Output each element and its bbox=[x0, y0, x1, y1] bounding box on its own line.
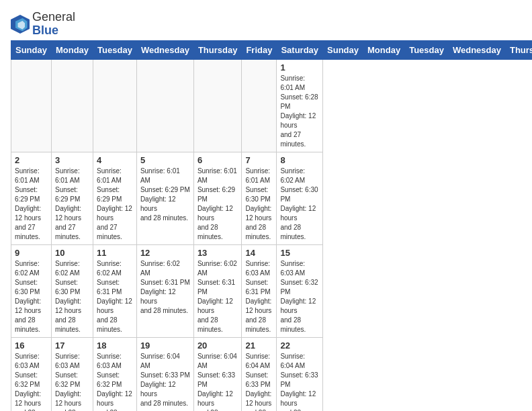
day-info: Sunrise: 6:02 AMSunset: 6:30 PMDaylight:… bbox=[15, 259, 48, 334]
calendar-cell: 21Sunrise: 6:04 AMSunset: 6:33 PMDayligh… bbox=[242, 337, 277, 411]
week-row-2: 2Sunrise: 6:01 AMSunset: 6:29 PMDaylight… bbox=[11, 152, 533, 244]
day-number: 2 bbox=[15, 155, 48, 165]
day-info: Sunrise: 6:02 AMSunset: 6:30 PMDaylight:… bbox=[55, 259, 89, 334]
weekday-header-wednesday: Wednesday bbox=[136, 40, 193, 59]
calendar-cell: 5Sunrise: 6:01 AMSunset: 6:29 PMDaylight… bbox=[136, 152, 193, 244]
weekday-header-monday: Monday bbox=[363, 40, 405, 59]
weekday-header-thursday: Thursday bbox=[505, 40, 532, 59]
day-number: 6 bbox=[197, 155, 238, 165]
day-info: Sunrise: 6:02 AMSunset: 6:31 PMDaylight:… bbox=[97, 259, 133, 334]
day-number: 15 bbox=[280, 248, 319, 258]
page-header: General Blue bbox=[11, 11, 521, 38]
day-info: Sunrise: 6:03 AMSunset: 6:32 PMDaylight:… bbox=[97, 352, 133, 411]
day-number: 5 bbox=[140, 155, 190, 165]
calendar-cell bbox=[93, 59, 137, 152]
logo: General Blue bbox=[11, 11, 75, 38]
calendar-cell: 7Sunrise: 6:01 AMSunset: 6:30 PMDaylight… bbox=[242, 152, 277, 244]
calendar-cell: 8Sunrise: 6:02 AMSunset: 6:30 PMDaylight… bbox=[277, 152, 323, 244]
day-number: 19 bbox=[140, 340, 190, 351]
calendar-cell: 10Sunrise: 6:02 AMSunset: 6:30 PMDayligh… bbox=[51, 244, 93, 337]
weekday-header-saturday: Saturday bbox=[277, 40, 323, 59]
day-info: Sunrise: 6:03 AMSunset: 6:31 PMDaylight:… bbox=[245, 259, 273, 334]
calendar-cell: 11Sunrise: 6:02 AMSunset: 6:31 PMDayligh… bbox=[93, 244, 137, 337]
day-number: 13 bbox=[197, 248, 238, 258]
calendar-table: SundayMondayTuesdayWednesdayThursdayFrid… bbox=[11, 40, 532, 411]
day-info: Sunrise: 6:02 AMSunset: 6:30 PMDaylight:… bbox=[280, 167, 319, 242]
weekday-header-tuesday: Tuesday bbox=[93, 40, 137, 59]
weekday-header-thursday: Thursday bbox=[193, 40, 242, 59]
calendar-cell: 4Sunrise: 6:01 AMSunset: 6:29 PMDaylight… bbox=[93, 152, 137, 244]
day-number: 12 bbox=[140, 248, 190, 258]
calendar-cell: 2Sunrise: 6:01 AMSunset: 6:29 PMDaylight… bbox=[11, 152, 52, 244]
day-number: 20 bbox=[197, 340, 238, 351]
day-info: Sunrise: 6:02 AMSunset: 6:31 PMDaylight:… bbox=[140, 259, 190, 316]
day-number: 9 bbox=[15, 248, 48, 258]
day-info: Sunrise: 6:01 AMSunset: 6:29 PMDaylight:… bbox=[15, 167, 48, 242]
calendar-cell: 3Sunrise: 6:01 AMSunset: 6:29 PMDaylight… bbox=[51, 152, 93, 244]
calendar-cell: 12Sunrise: 6:02 AMSunset: 6:31 PMDayligh… bbox=[136, 244, 193, 337]
day-number: 16 bbox=[15, 340, 48, 351]
calendar-cell: 17Sunrise: 6:03 AMSunset: 6:32 PMDayligh… bbox=[51, 337, 93, 411]
calendar-cell: 14Sunrise: 6:03 AMSunset: 6:31 PMDayligh… bbox=[242, 244, 277, 337]
weekday-header-friday: Friday bbox=[242, 40, 277, 59]
calendar-cell bbox=[193, 59, 242, 152]
day-number: 7 bbox=[245, 155, 273, 165]
weekday-header-sunday: Sunday bbox=[11, 40, 52, 59]
week-row-4: 16Sunrise: 6:03 AMSunset: 6:32 PMDayligh… bbox=[11, 337, 533, 411]
day-info: Sunrise: 6:01 AMSunset: 6:29 PMDaylight:… bbox=[197, 167, 238, 242]
day-number: 10 bbox=[55, 248, 89, 258]
day-info: Sunrise: 6:03 AMSunset: 6:32 PMDaylight:… bbox=[55, 352, 89, 411]
day-number: 22 bbox=[280, 340, 319, 351]
logo-text: General Blue bbox=[32, 11, 75, 38]
day-info: Sunrise: 6:04 AMSunset: 6:33 PMDaylight:… bbox=[140, 352, 190, 408]
day-number: 18 bbox=[97, 340, 133, 351]
day-info: Sunrise: 6:04 AMSunset: 6:33 PMDaylight:… bbox=[280, 352, 319, 411]
weekday-header-monday: Monday bbox=[51, 40, 93, 59]
day-info: Sunrise: 6:03 AMSunset: 6:32 PMDaylight:… bbox=[15, 352, 48, 411]
calendar-cell: 1Sunrise: 6:01 AMSunset: 6:28 PMDaylight… bbox=[277, 59, 323, 152]
week-row-3: 9Sunrise: 6:02 AMSunset: 6:30 PMDaylight… bbox=[11, 244, 533, 337]
calendar-cell bbox=[136, 59, 193, 152]
day-info: Sunrise: 6:01 AMSunset: 6:29 PMDaylight:… bbox=[55, 167, 89, 242]
day-number: 14 bbox=[245, 248, 273, 258]
calendar-cell: 22Sunrise: 6:04 AMSunset: 6:33 PMDayligh… bbox=[277, 337, 323, 411]
weekday-header-sunday: Sunday bbox=[323, 40, 363, 59]
day-info: Sunrise: 6:01 AMSunset: 6:29 PMDaylight:… bbox=[97, 167, 133, 242]
day-number: 17 bbox=[55, 340, 89, 351]
weekday-header-tuesday: Tuesday bbox=[405, 40, 449, 59]
day-info: Sunrise: 6:04 AMSunset: 6:33 PMDaylight:… bbox=[197, 352, 238, 411]
logo-icon bbox=[11, 15, 30, 34]
calendar-cell bbox=[51, 59, 93, 152]
calendar-cell: 19Sunrise: 6:04 AMSunset: 6:33 PMDayligh… bbox=[136, 337, 193, 411]
calendar-cell bbox=[242, 59, 277, 152]
calendar-cell: 13Sunrise: 6:02 AMSunset: 6:31 PMDayligh… bbox=[193, 244, 242, 337]
day-info: Sunrise: 6:04 AMSunset: 6:33 PMDaylight:… bbox=[245, 352, 273, 411]
calendar-cell bbox=[11, 59, 52, 152]
weekday-header-row: SundayMondayTuesdayWednesdayThursdayFrid… bbox=[11, 40, 533, 59]
calendar-cell: 15Sunrise: 6:03 AMSunset: 6:32 PMDayligh… bbox=[277, 244, 323, 337]
day-info: Sunrise: 6:01 AMSunset: 6:29 PMDaylight:… bbox=[140, 167, 190, 223]
day-number: 4 bbox=[97, 155, 133, 165]
day-info: Sunrise: 6:03 AMSunset: 6:32 PMDaylight:… bbox=[280, 259, 319, 334]
calendar-cell: 9Sunrise: 6:02 AMSunset: 6:30 PMDaylight… bbox=[11, 244, 52, 337]
calendar-cell: 20Sunrise: 6:04 AMSunset: 6:33 PMDayligh… bbox=[193, 337, 242, 411]
week-row-1: 1Sunrise: 6:01 AMSunset: 6:28 PMDaylight… bbox=[11, 59, 533, 152]
day-number: 3 bbox=[55, 155, 89, 165]
day-info: Sunrise: 6:01 AMSunset: 6:30 PMDaylight:… bbox=[245, 167, 273, 242]
calendar-cell: 6Sunrise: 6:01 AMSunset: 6:29 PMDaylight… bbox=[193, 152, 242, 244]
day-info: Sunrise: 6:02 AMSunset: 6:31 PMDaylight:… bbox=[197, 259, 238, 334]
day-info: Sunrise: 6:01 AMSunset: 6:28 PMDaylight:… bbox=[280, 74, 319, 149]
day-number: 1 bbox=[280, 62, 319, 73]
calendar-cell: 18Sunrise: 6:03 AMSunset: 6:32 PMDayligh… bbox=[93, 337, 137, 411]
calendar-cell: 16Sunrise: 6:03 AMSunset: 6:32 PMDayligh… bbox=[11, 337, 52, 411]
day-number: 11 bbox=[97, 248, 133, 258]
day-number: 21 bbox=[245, 340, 273, 351]
day-number: 8 bbox=[280, 155, 319, 165]
weekday-header-wednesday: Wednesday bbox=[448, 40, 505, 59]
